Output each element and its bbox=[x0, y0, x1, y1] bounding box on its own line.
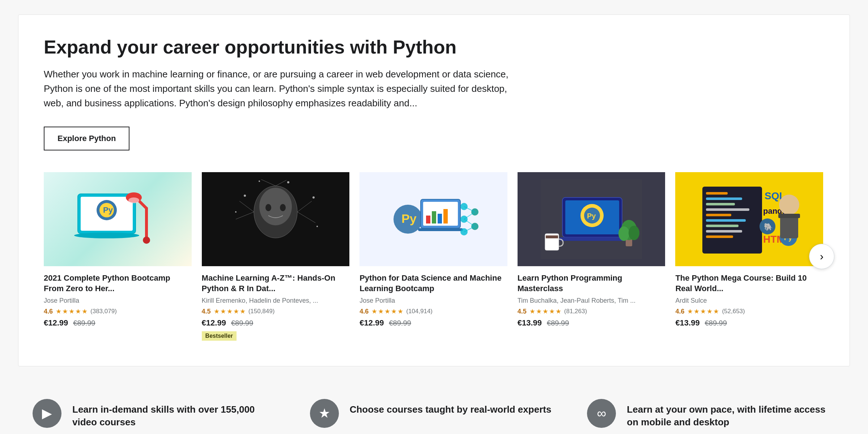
star-2: ★ bbox=[378, 307, 384, 315]
star-3: ★ bbox=[384, 307, 390, 315]
play-icon-circle: ▶ bbox=[33, 399, 61, 428]
course-thumbnail-3: Py bbox=[359, 172, 507, 266]
star-1: ★ bbox=[687, 307, 693, 315]
course-instructor-3: Jose Portilla bbox=[359, 297, 507, 305]
svg-point-12 bbox=[259, 188, 292, 225]
star-5: ★ bbox=[240, 307, 246, 315]
svg-rect-60 bbox=[706, 192, 728, 195]
svg-rect-34 bbox=[443, 209, 448, 224]
carousel-next-button[interactable]: › bbox=[809, 244, 834, 269]
svg-rect-51 bbox=[559, 237, 625, 241]
star-2: ★ bbox=[220, 307, 226, 315]
course-stars-1: ★ ★ ★ ★ ★ bbox=[56, 307, 88, 315]
star-4: ★ bbox=[707, 307, 712, 315]
course-price-current-4: €13.99 bbox=[518, 318, 542, 328]
svg-rect-33 bbox=[438, 214, 442, 224]
course-instructor-5: Ardit Sulce bbox=[675, 297, 823, 305]
svg-text:🐘: 🐘 bbox=[764, 222, 773, 231]
course-title-5: The Python Mega Course: Build 10 Real Wo… bbox=[675, 273, 823, 294]
course-title-1: 2021 Complete Python Bootcamp From Zero … bbox=[44, 273, 192, 294]
courses-wrapper: Py 2021 Complete Python Bootcamp From Ze… bbox=[44, 172, 824, 341]
feature-item-1: ▶ Learn in-demand skills with over 155,0… bbox=[18, 388, 295, 434]
svg-line-14 bbox=[236, 212, 254, 219]
star-2: ★ bbox=[694, 307, 699, 315]
star-5: ★ bbox=[82, 307, 88, 315]
svg-text:Py: Py bbox=[401, 212, 417, 225]
svg-point-57 bbox=[629, 226, 639, 240]
svg-rect-32 bbox=[432, 211, 436, 224]
course-reviews-2: (150,849) bbox=[248, 308, 275, 315]
course-reviews-3: (104,914) bbox=[406, 308, 433, 315]
star-4: ★ bbox=[391, 307, 397, 315]
star-icon-circle: ★ bbox=[310, 399, 339, 428]
course-price-row-1: €12.99 €89.99 bbox=[44, 318, 192, 328]
svg-point-9 bbox=[128, 197, 139, 203]
svg-rect-65 bbox=[706, 219, 746, 222]
svg-rect-64 bbox=[706, 214, 731, 216]
section-title: Expand your career opportunities with Py… bbox=[44, 37, 824, 58]
star-3: ★ bbox=[227, 307, 233, 315]
course-price-current-1: €12.99 bbox=[44, 318, 68, 328]
course-title-3: Python for Data Science and Machine Lear… bbox=[359, 273, 507, 294]
svg-rect-68 bbox=[706, 235, 733, 238]
star-2: ★ bbox=[536, 307, 542, 315]
course-price-row-5: €13.99 €89.99 bbox=[675, 318, 823, 328]
course-instructor-1: Jose Portilla bbox=[44, 297, 192, 305]
star-3: ★ bbox=[69, 307, 75, 315]
course-reviews-1: (383,079) bbox=[90, 308, 117, 315]
feature-item-3: ∞ Learn at your own pace, with lifetime … bbox=[573, 388, 850, 434]
svg-rect-63 bbox=[706, 208, 749, 211]
svg-rect-62 bbox=[706, 203, 735, 205]
course-rating-row-3: 4.6 ★ ★ ★ ★ ★ (104,914) bbox=[359, 307, 507, 315]
course-card-1[interactable]: Py 2021 Complete Python Bootcamp From Ze… bbox=[44, 172, 192, 341]
star-2: ★ bbox=[62, 307, 68, 315]
course-price-original-3: €89.99 bbox=[389, 319, 411, 327]
course-rating-row-1: 4.6 ★ ★ ★ ★ ★ (383,079) bbox=[44, 307, 192, 315]
course-rating-row-2: 4.5 ★ ★ ★ ★ ★ (150,849) bbox=[202, 307, 350, 315]
bestseller-badge-2: Bestseller bbox=[202, 331, 237, 341]
course-stars-4: ★ ★ ★ ★ ★ bbox=[529, 307, 561, 315]
infinity-icon-circle: ∞ bbox=[587, 399, 616, 428]
courses-row: Py 2021 Complete Python Bootcamp From Ze… bbox=[44, 172, 824, 341]
svg-point-10 bbox=[143, 237, 150, 244]
svg-line-43 bbox=[464, 219, 475, 226]
course-thumbnail-2 bbox=[202, 172, 350, 266]
svg-rect-67 bbox=[706, 230, 742, 233]
svg-point-24 bbox=[316, 226, 318, 227]
course-stars-3: ★ ★ ★ ★ ★ bbox=[371, 307, 403, 315]
course-price-row-2: €12.99 €89.99 bbox=[202, 318, 350, 328]
course-card-3[interactable]: Py bbox=[359, 172, 507, 341]
course-rating-5: 4.6 bbox=[675, 308, 684, 315]
feature-item-2: ★ Choose courses taught by real-world ex… bbox=[295, 388, 573, 434]
star-5: ★ bbox=[397, 307, 403, 315]
course-price-current-5: €13.99 bbox=[675, 318, 699, 328]
svg-rect-31 bbox=[426, 216, 430, 224]
explore-python-button[interactable]: Explore Python bbox=[44, 127, 129, 150]
course-card-4[interactable]: Py Learn Python Programming M bbox=[518, 172, 665, 341]
svg-point-20 bbox=[280, 204, 286, 211]
svg-line-13 bbox=[239, 201, 254, 212]
feature-text-2: Choose courses taught by real-world expe… bbox=[350, 399, 552, 416]
course-price-original-5: €89.99 bbox=[705, 319, 727, 327]
star-5: ★ bbox=[556, 307, 561, 315]
course-price-row-4: €13.99 €89.99 bbox=[518, 318, 665, 328]
course-card-5[interactable]: SQL pandas 🐘 HTML Py bbox=[675, 172, 823, 341]
svg-point-23 bbox=[312, 196, 315, 199]
svg-line-42 bbox=[464, 212, 475, 219]
svg-rect-77 bbox=[780, 215, 798, 238]
svg-line-16 bbox=[297, 212, 315, 223]
course-card-2[interactable]: Machine Learning A-Z™: Hands-On Python &… bbox=[202, 172, 350, 341]
section-description: Whether you work in machine learning or … bbox=[44, 67, 514, 111]
course-thumbnail-5: SQL pandas 🐘 HTML Py bbox=[675, 172, 823, 266]
svg-point-5 bbox=[74, 233, 139, 238]
star-4: ★ bbox=[549, 307, 555, 315]
svg-point-76 bbox=[779, 195, 799, 215]
course-rating-3: 4.6 bbox=[359, 308, 369, 315]
course-rating-2: 4.5 bbox=[202, 308, 211, 315]
feature-text-1: Learn in-demand skills with over 155,000… bbox=[72, 399, 281, 429]
play-icon: ▶ bbox=[42, 406, 52, 421]
course-price-current-3: €12.99 bbox=[359, 318, 384, 328]
course-instructor-2: Kirill Eremenko, Hadelin de Ponteves, ..… bbox=[202, 297, 350, 305]
svg-rect-35 bbox=[418, 228, 463, 231]
features-section: ▶ Learn in-demand skills with over 155,0… bbox=[18, 388, 850, 434]
